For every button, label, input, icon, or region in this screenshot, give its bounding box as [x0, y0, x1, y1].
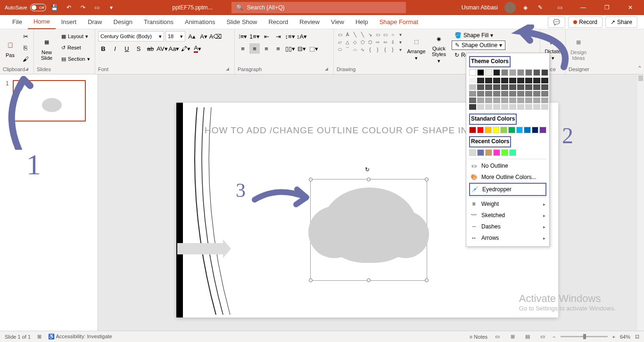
- maximize-icon[interactable]: ❐: [597, 1, 617, 14]
- notes-button[interactable]: ≡ Notes: [470, 334, 487, 340]
- search-input[interactable]: 🔍 Search (Alt+Q): [231, 2, 406, 13]
- color-swatch[interactable]: [509, 91, 516, 97]
- color-swatch[interactable]: [477, 84, 484, 90]
- color-swatch[interactable]: [539, 127, 546, 133]
- color-swatch[interactable]: [541, 98, 548, 103]
- color-swatch[interactable]: [500, 127, 507, 133]
- fit-window-icon[interactable]: ⊡: [635, 334, 639, 340]
- align-right-button[interactable]: ≡: [261, 43, 272, 54]
- qat-more-icon[interactable]: ▾: [106, 2, 117, 13]
- color-swatch[interactable]: [541, 78, 548, 83]
- font-name-input[interactable]: Century Gothic (Body)▾: [98, 31, 164, 41]
- color-swatch[interactable]: [485, 69, 492, 76]
- zoom-in-button[interactable]: +: [612, 334, 615, 340]
- slideshow-view-icon[interactable]: ▭: [537, 333, 548, 341]
- save-icon[interactable]: 💾: [49, 2, 60, 13]
- color-swatch[interactable]: [477, 127, 484, 133]
- format-painter-icon[interactable]: 🖌: [20, 54, 31, 64]
- color-swatch[interactable]: [501, 78, 508, 83]
- clipboard-launcher-icon[interactable]: ◢: [25, 66, 31, 72]
- color-swatch[interactable]: [509, 78, 516, 83]
- color-swatch[interactable]: [501, 98, 508, 103]
- color-swatch[interactable]: [485, 149, 492, 156]
- color-swatch[interactable]: [477, 104, 484, 110]
- color-swatch[interactable]: [517, 98, 524, 103]
- zoom-slider[interactable]: [561, 336, 608, 337]
- color-swatch[interactable]: [493, 91, 500, 97]
- decrease-font-icon[interactable]: A▾: [198, 31, 209, 41]
- color-swatch[interactable]: [469, 84, 476, 90]
- eyedropper-item[interactable]: 💉Eyedropper: [469, 183, 546, 196]
- resize-handle[interactable]: [367, 178, 371, 181]
- no-outline-item[interactable]: ▭No Outline: [469, 160, 546, 171]
- color-swatch[interactable]: [485, 127, 492, 133]
- color-swatch[interactable]: [541, 91, 548, 97]
- tab-file[interactable]: File: [7, 15, 28, 29]
- color-swatch[interactable]: [509, 84, 516, 90]
- color-swatch[interactable]: [517, 78, 524, 83]
- slide-title[interactable]: HOW TO ADD /CHANGE OUTLINE COLOUR OF SHA…: [205, 125, 477, 136]
- sketched-item[interactable]: 〰Sketched▸: [469, 210, 546, 221]
- underline-button[interactable]: U: [122, 43, 132, 54]
- color-swatch[interactable]: [485, 104, 492, 110]
- paste-button[interactable]: 📋 Pas: [3, 31, 17, 65]
- increase-font-icon[interactable]: A▴: [187, 31, 197, 41]
- color-swatch[interactable]: [517, 91, 524, 97]
- undo-icon[interactable]: ↶: [63, 2, 74, 13]
- color-swatch[interactable]: [477, 78, 484, 83]
- accessibility-status[interactable]: ♿ Accessibility: Investigate: [48, 334, 112, 340]
- color-swatch[interactable]: [469, 98, 476, 103]
- line-spacing-button[interactable]: ↕≡▾: [285, 31, 295, 41]
- resize-handle[interactable]: [367, 278, 371, 282]
- shape-outline-button[interactable]: ✎ Shape Outline ▾: [452, 41, 505, 50]
- color-swatch[interactable]: [509, 149, 516, 156]
- color-swatch[interactable]: [516, 127, 523, 133]
- paragraph-launcher-icon[interactable]: ◢: [325, 66, 330, 72]
- rotate-handle-icon[interactable]: ↻: [365, 166, 372, 174]
- color-swatch[interactable]: [532, 127, 539, 133]
- tab-insert[interactable]: Insert: [56, 15, 83, 29]
- tab-help[interactable]: Help: [350, 15, 374, 29]
- color-swatch[interactable]: [533, 69, 540, 76]
- new-slide-button[interactable]: ▦ New Slide: [37, 31, 57, 65]
- tab-design[interactable]: Design: [108, 15, 138, 29]
- cloud-shape[interactable]: [322, 187, 417, 263]
- indent-button[interactable]: ⇥: [273, 31, 283, 41]
- color-swatch[interactable]: [485, 78, 492, 83]
- color-swatch[interactable]: [541, 84, 548, 90]
- color-swatch[interactable]: [493, 69, 500, 76]
- outdent-button[interactable]: ⇤: [261, 31, 272, 41]
- color-swatch[interactable]: [509, 69, 516, 76]
- color-swatch[interactable]: [469, 104, 476, 110]
- spacing-button[interactable]: AV▾: [157, 43, 167, 54]
- color-swatch[interactable]: [485, 98, 492, 103]
- color-swatch[interactable]: [477, 91, 484, 97]
- justify-button[interactable]: ≡: [273, 43, 283, 54]
- color-swatch[interactable]: [469, 91, 476, 97]
- color-swatch[interactable]: [525, 78, 532, 83]
- color-swatch[interactable]: [517, 104, 524, 110]
- shadow-button[interactable]: S: [133, 43, 144, 54]
- color-swatch[interactable]: [493, 127, 500, 133]
- color-swatch[interactable]: [541, 104, 548, 110]
- color-swatch[interactable]: [525, 69, 532, 76]
- shape-fill-button[interactable]: 🪣 Shape Fill ▾: [452, 31, 505, 40]
- weight-item[interactable]: ≡Weight▸: [469, 198, 546, 210]
- record-button[interactable]: Record: [568, 16, 603, 28]
- resize-handle[interactable]: [309, 278, 313, 282]
- color-swatch[interactable]: [517, 84, 524, 90]
- color-swatch[interactable]: [477, 69, 484, 76]
- color-swatch[interactable]: [541, 69, 548, 76]
- color-swatch[interactable]: [493, 84, 500, 90]
- color-swatch[interactable]: [533, 104, 540, 110]
- numbering-button[interactable]: 1≡▾: [249, 31, 260, 41]
- clear-format-icon[interactable]: A⌫: [210, 31, 221, 41]
- ribbon-display-icon[interactable]: ▭: [550, 1, 570, 14]
- color-swatch[interactable]: [493, 149, 500, 156]
- align-left-button[interactable]: ≡: [238, 43, 248, 54]
- columns-button[interactable]: ▯▯▾: [285, 43, 295, 54]
- italic-button[interactable]: I: [110, 43, 120, 54]
- color-swatch[interactable]: [509, 104, 516, 110]
- color-swatch[interactable]: [525, 84, 532, 90]
- text-direction-button[interactable]: ↕A▾: [297, 31, 307, 41]
